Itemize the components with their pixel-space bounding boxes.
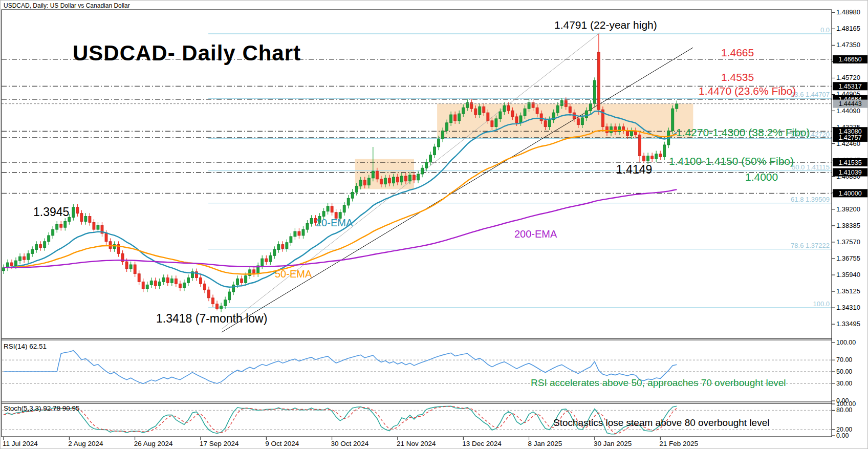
- candle-bear: [134, 265, 136, 274]
- candle-bear: [454, 115, 457, 121]
- price-badge-label: 1.46650: [838, 56, 861, 63]
- y-tick-label: 1.35940: [836, 271, 860, 279]
- y-tick-label: 1.48165: [836, 25, 860, 32]
- candle-bear: [125, 262, 128, 269]
- candle-bull: [548, 120, 551, 127]
- candle-bull: [158, 282, 161, 286]
- candle-bear: [474, 109, 477, 115]
- x-tick-label: 11 Jul 2024: [3, 440, 38, 447]
- candle-bull: [442, 131, 444, 139]
- candle-bull: [72, 207, 75, 218]
- candle-bear: [60, 224, 62, 227]
- x-tick-label: 17 Sep 2024: [200, 440, 239, 447]
- candle-bear: [241, 279, 243, 283]
- candle-bull: [187, 278, 189, 283]
- candle-bull: [355, 186, 358, 193]
- rsi-axis-label: 30.00: [836, 380, 852, 387]
- candle-bull: [466, 102, 469, 108]
- candle-bull: [408, 175, 411, 181]
- candle-bear: [363, 180, 366, 185]
- price-badge-label: 1.42757: [838, 134, 861, 141]
- candle-bull: [220, 306, 223, 309]
- candle-bear: [138, 274, 140, 282]
- candle-bull: [310, 219, 313, 224]
- candle-bull: [84, 217, 87, 222]
- y-tick-label: 1.34310: [836, 304, 860, 311]
- candle-bear: [11, 263, 13, 266]
- candle-bear: [105, 233, 107, 242]
- candle-bear: [142, 282, 144, 289]
- candle-bear: [203, 284, 206, 290]
- candle-bull: [392, 177, 395, 183]
- candle-bull: [676, 104, 678, 109]
- candle-bull: [146, 285, 148, 289]
- candle-bull: [343, 205, 345, 212]
- candle-bear: [265, 259, 268, 262]
- annotation-resistance-1.4535: 1.4535: [721, 72, 754, 82]
- candle-bull: [31, 249, 34, 253]
- candle-bull: [671, 109, 674, 131]
- candle-bear: [154, 281, 157, 286]
- rsi-axis-label: 50.00: [836, 368, 852, 375]
- x-tick-label: 13 Dec 2024: [462, 440, 502, 447]
- fibo-label-23.6: 23.6 1.44707: [791, 91, 830, 98]
- candle-bear: [388, 178, 390, 183]
- candle-bull: [277, 245, 280, 250]
- candle-bear: [515, 117, 518, 123]
- candle-bull: [503, 105, 506, 112]
- candle-bull: [372, 171, 374, 178]
- candle-bull: [589, 103, 592, 111]
- label-ema-200: 200-EMA: [514, 229, 557, 239]
- candle-bull: [64, 221, 67, 227]
- candle-bull: [232, 285, 235, 292]
- annotation-22-year-high: 1.4791 (22-year high): [554, 19, 657, 30]
- candle-bear: [605, 127, 608, 133]
- candle-bull: [462, 108, 465, 114]
- candle-bear: [544, 121, 547, 127]
- candle-bull: [170, 279, 173, 283]
- candle-bear: [39, 245, 42, 248]
- price-badge-label: 1.41535: [838, 159, 861, 166]
- candle-bear: [413, 175, 416, 180]
- candle-bull: [286, 243, 288, 249]
- candle-bull: [421, 168, 424, 174]
- rsi-axis-label: 70.00: [836, 356, 852, 364]
- candle-bull: [19, 256, 21, 261]
- candle-bear: [298, 231, 300, 236]
- candle-bear: [281, 245, 284, 249]
- candle-bear: [540, 114, 542, 121]
- candle-bull: [97, 225, 99, 229]
- candle-bear: [380, 179, 382, 184]
- candle-bull: [245, 276, 247, 283]
- candle-bull: [294, 231, 296, 237]
- candle-bull: [48, 236, 50, 242]
- fibo-label-0.0: 0.0: [820, 26, 830, 34]
- rsi-panel-label: RSI(14) 62.51: [4, 343, 47, 350]
- candle-bear: [569, 106, 571, 113]
- candle-bull: [269, 255, 272, 262]
- annotation-support-38.2-fibo: 1.4270-1.4300 (38.2% Fibo): [676, 127, 810, 138]
- candle-bull: [400, 176, 403, 182]
- candle-bear: [536, 108, 538, 114]
- current-price-label: 1.44443: [838, 100, 861, 108]
- candle-bear: [626, 131, 629, 136]
- candle-bear: [179, 284, 181, 288]
- candle-bear: [89, 217, 91, 223]
- candle-bull: [610, 127, 612, 133]
- x-tick-label: 26 Aug 2024: [134, 440, 173, 447]
- plot-background[interactable]: [2, 10, 832, 437]
- y-tick-label: 1.39200: [836, 205, 860, 213]
- y-tick-label: 1.44090: [836, 107, 860, 115]
- x-tick-label: 9 Oct 2024: [265, 440, 299, 447]
- candle-bear: [253, 270, 255, 274]
- y-tick-label: 1.33495: [836, 320, 860, 328]
- candle-bull: [290, 237, 292, 243]
- candle-bull: [228, 292, 231, 300]
- candle-bull: [249, 270, 251, 276]
- candle-bull: [322, 211, 325, 217]
- candle-bear: [212, 298, 214, 304]
- candle-bull: [367, 178, 370, 185]
- annotation-resistance-1.4665: 1.4665: [721, 47, 754, 58]
- candle-bear: [396, 177, 399, 182]
- candle-bear: [376, 171, 378, 179]
